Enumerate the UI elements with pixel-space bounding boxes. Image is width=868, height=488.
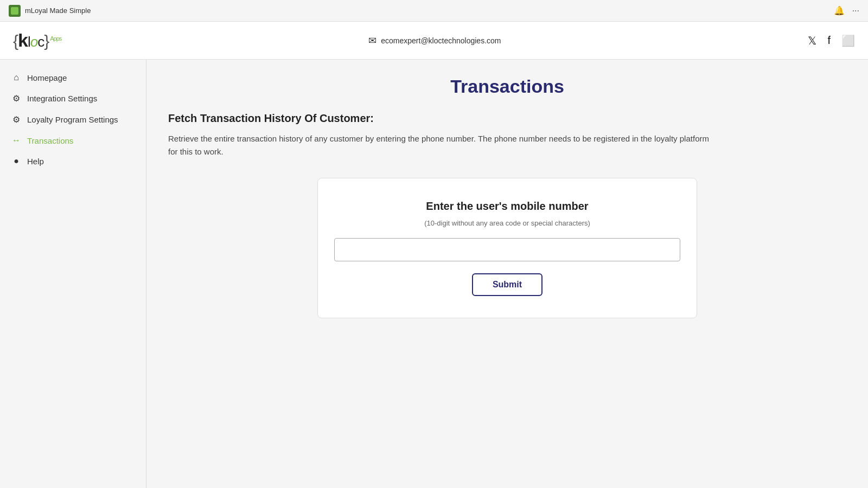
- body-wrap: ⌂ Homepage ⚙ Integration Settings ⚙ Loya…: [0, 60, 868, 488]
- sidebar-item-integration-settings[interactable]: ⚙ Integration Settings: [0, 88, 146, 109]
- mobile-form-card: Enter the user's mobile number (10-digit…: [317, 178, 697, 318]
- sidebar-item-homepage[interactable]: ⌂ Homepage: [0, 67, 146, 88]
- sidebar-item-loyalty-label: Loyalty Program Settings: [27, 115, 118, 124]
- top-bar-title: mLoyal Made Simple: [25, 7, 91, 15]
- form-card-subtitle: (10-digit without any area code or speci…: [424, 219, 590, 227]
- logo-area: {kloc}Apps: [13, 30, 61, 51]
- section-heading: Fetch Transaction History Of Customer:: [168, 112, 846, 125]
- logo: {kloc}Apps: [13, 30, 61, 51]
- pin-icon[interactable]: 🔔: [834, 5, 845, 16]
- twitter-icon[interactable]: 𝕏: [808, 34, 816, 47]
- top-bar-right: 🔔 ···: [834, 5, 859, 16]
- facebook-icon[interactable]: f: [827, 34, 831, 47]
- instagram-icon[interactable]: ⬜: [841, 34, 855, 47]
- submit-button[interactable]: Submit: [472, 273, 542, 296]
- sidebar-item-transactions[interactable]: ↔ Transactions: [0, 130, 146, 151]
- header: {kloc}Apps ✉ ecomexpert@kloctechnologies…: [0, 22, 868, 60]
- logo-apps: Apps: [50, 35, 61, 42]
- email-icon: ✉: [368, 35, 376, 47]
- sidebar-item-transactions-label: Transactions: [27, 136, 73, 145]
- sidebar-item-help[interactable]: ● Help: [0, 151, 146, 171]
- logo-k: k: [18, 30, 28, 50]
- sidebar-item-integration-label: Integration Settings: [27, 94, 97, 103]
- header-email-area: ✉ ecomexpert@kloctechnologies.com: [368, 35, 501, 47]
- sidebar-item-help-label: Help: [27, 157, 44, 166]
- sidebar: ⌂ Homepage ⚙ Integration Settings ⚙ Loya…: [0, 60, 146, 488]
- page-title: Transactions: [168, 76, 846, 97]
- header-email: ecomexpert@kloctechnologies.com: [381, 36, 501, 45]
- header-social: 𝕏 f ⬜: [808, 34, 855, 47]
- gear-icon-loyalty: ⚙: [11, 114, 22, 125]
- help-icon: ●: [11, 156, 22, 166]
- top-bar: mLoyal Made Simple 🔔 ···: [0, 0, 868, 22]
- gear-icon-integration: ⚙: [11, 93, 22, 104]
- logo-c: c: [37, 34, 44, 50]
- form-card-title: Enter the user's mobile number: [426, 200, 588, 213]
- mobile-number-input[interactable]: [334, 238, 680, 261]
- sidebar-item-homepage-label: Homepage: [27, 73, 67, 82]
- sidebar-item-loyalty-program[interactable]: ⚙ Loyalty Program Settings: [0, 109, 146, 130]
- section-description: Retrieve the entire transaction history …: [168, 132, 711, 158]
- more-icon[interactable]: ···: [852, 6, 859, 16]
- logo-o: o: [30, 34, 37, 50]
- logo-brace-open: {: [13, 32, 18, 50]
- transactions-icon: ↔: [11, 136, 22, 145]
- home-icon: ⌂: [11, 73, 22, 82]
- top-bar-logo-inner: [11, 7, 18, 15]
- main-content: Transactions Fetch Transaction History O…: [146, 60, 868, 488]
- top-bar-logo: [9, 5, 21, 17]
- top-bar-left: mLoyal Made Simple: [9, 5, 91, 17]
- logo-brace-close: }: [44, 32, 49, 50]
